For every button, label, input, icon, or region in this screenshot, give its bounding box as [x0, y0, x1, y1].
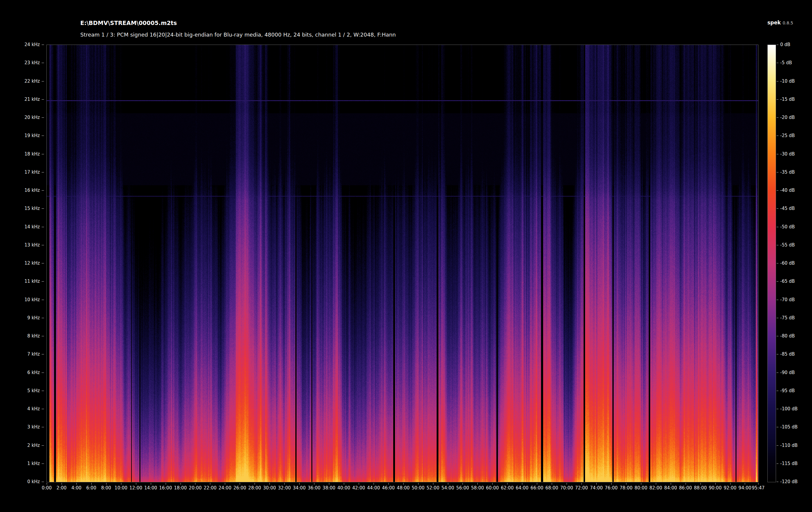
freq-tick-label: 16 kHz: [24, 188, 40, 193]
db-tick-label: -80 dB: [780, 334, 795, 339]
freq-tick-label: 2 kHz: [27, 443, 40, 448]
time-tick: [136, 483, 136, 485]
app-title: spek0.8.5: [767, 20, 793, 26]
time-tick: [418, 483, 418, 485]
freq-tick-label: 8 kHz: [27, 334, 40, 339]
freq-tick-label: 21 kHz: [24, 97, 40, 102]
db-tick: [777, 63, 778, 63]
time-tick: [715, 483, 716, 485]
freq-tick: [41, 154, 44, 154]
freq-tick: [41, 427, 44, 427]
time-tick: [388, 483, 389, 485]
db-tick-label: -95 dB: [780, 388, 795, 393]
time-tick: [537, 483, 537, 485]
time-tick-label: 94:00: [738, 485, 751, 490]
time-tick-label: 38:00: [322, 485, 335, 490]
time-tick: [284, 483, 285, 485]
time-tick: [448, 483, 448, 485]
db-tick-label: -45 dB: [780, 206, 795, 211]
freq-tick: [41, 445, 44, 446]
db-tick-label: -25 dB: [780, 133, 795, 138]
time-tick-label: 74:00: [590, 485, 603, 490]
time-tick-label: 34:00: [293, 485, 306, 490]
time-tick: [626, 483, 627, 485]
db-tick: [777, 372, 778, 373]
freq-tick: [41, 391, 44, 391]
db-tick: [777, 81, 778, 82]
freq-tick: [41, 263, 44, 264]
freq-tick-label: 20 kHz: [24, 115, 40, 120]
time-tick: [492, 483, 493, 485]
db-tick: [777, 463, 778, 464]
db-tick: [777, 427, 778, 427]
freq-tick-label: 9 kHz: [27, 315, 40, 321]
db-tick-label: -5 dB: [780, 60, 792, 65]
freq-tick: [41, 482, 44, 482]
time-tick-label: 18:00: [174, 485, 187, 490]
time-tick: [180, 483, 181, 485]
freq-tick-label: 22 kHz: [24, 79, 40, 84]
db-tick: [777, 172, 778, 173]
time-tick: [255, 483, 255, 485]
time-tick-label: 2:00: [57, 485, 67, 490]
time-tick-label: 12:00: [129, 485, 142, 490]
time-tick-label: 0:00: [41, 485, 52, 490]
freq-tick-label: 7 kHz: [27, 352, 40, 357]
freq-tick: [41, 409, 44, 409]
time-tick: [758, 483, 758, 485]
time-tick: [344, 483, 344, 485]
time-tick: [166, 483, 166, 485]
time-tick-label: 28:00: [249, 485, 261, 490]
db-tick-label: -50 dB: [780, 224, 795, 230]
db-tick: [777, 409, 778, 409]
time-tick: [507, 483, 508, 485]
time-tick: [106, 483, 107, 485]
db-tick-label: -100 dB: [780, 406, 798, 412]
time-tick: [403, 483, 404, 485]
time-tick-label: 48:00: [397, 485, 410, 490]
time-tick-label: 46:00: [382, 485, 395, 490]
db-legend: [767, 44, 776, 482]
time-tick-label: 14:00: [144, 485, 157, 490]
time-tick-label: 56:00: [456, 485, 469, 490]
time-tick-label: 54:00: [441, 485, 454, 490]
time-tick-label: 36:00: [308, 485, 320, 490]
db-tick: [777, 281, 778, 281]
freq-tick: [41, 44, 44, 45]
db-tick-label: -10 dB: [780, 79, 795, 84]
freq-tick-label: 11 kHz: [24, 279, 40, 284]
time-tick-label: 86:00: [679, 485, 692, 490]
freq-tick: [41, 463, 44, 464]
time-tick-label: 68:00: [546, 485, 558, 490]
time-tick-label: 84:00: [664, 485, 677, 490]
time-tick-label: 76:00: [605, 485, 617, 490]
db-tick: [777, 318, 778, 318]
db-tick-label: 0 dB: [780, 42, 790, 47]
time-tick-label: 58:00: [471, 485, 484, 490]
db-tick: [777, 300, 778, 300]
freq-tick-label: 4 kHz: [27, 406, 40, 412]
time-tick-label: 8:00: [101, 485, 111, 490]
freq-tick: [41, 372, 44, 373]
db-tick: [777, 227, 778, 227]
time-tick-label: 22:00: [204, 485, 216, 490]
freq-tick-label: 24 kHz: [24, 42, 40, 47]
freq-tick: [41, 208, 44, 209]
freq-tick: [41, 117, 44, 118]
db-tick-label: -60 dB: [780, 261, 795, 266]
time-tick-label: 70:00: [560, 485, 573, 490]
time-tick: [730, 483, 730, 485]
db-tick: [777, 245, 778, 245]
time-tick-label: 80:00: [634, 485, 647, 490]
time-tick: [581, 483, 582, 485]
db-tick: [777, 263, 778, 264]
freq-tick-label: 3 kHz: [27, 425, 40, 430]
time-tick-label: 52:00: [427, 485, 439, 490]
time-tick: [240, 483, 240, 485]
db-tick-label: -30 dB: [780, 152, 795, 157]
time-tick-label: 66:00: [531, 485, 544, 490]
db-axis: 0 dB-5 dB-10 dB-15 dB-20 dB-25 dB-30 dB-…: [777, 44, 812, 482]
time-tick-label: 24:00: [219, 485, 231, 490]
db-tick: [777, 445, 778, 446]
freq-tick: [41, 81, 44, 82]
